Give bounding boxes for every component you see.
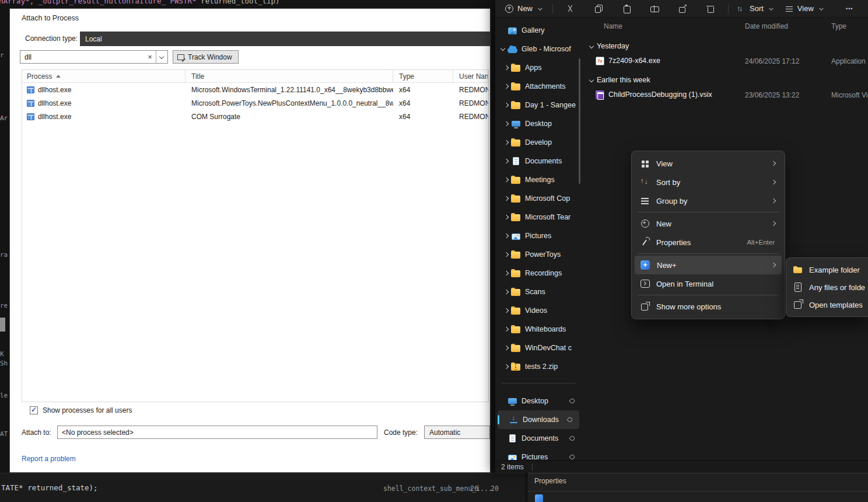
file-icon <box>793 282 803 292</box>
file-row-childprocessdebugging-1-vsix[interactable]: ChildProcessDebugging (1).vsix23/06/2025… <box>583 88 868 103</box>
new-button[interactable]: New <box>500 2 549 16</box>
context-menu-item-show-more-options[interactable]: Show more options <box>635 297 782 316</box>
view-button[interactable]: View <box>780 2 830 16</box>
column-type[interactable]: Type <box>393 70 453 82</box>
column-type[interactable]: Type <box>831 22 846 30</box>
column-date-modified[interactable]: Date modified <box>745 22 788 30</box>
file-row-7z2409-x64-exe[interactable]: 7z2409-x64.exe24/06/2025 17:12Applicatio… <box>583 54 868 69</box>
more-options-button[interactable] <box>846 4 858 13</box>
chevron-right-icon[interactable] <box>502 194 510 203</box>
context-menu-item-sort-by[interactable]: Sort by <box>635 173 782 191</box>
share-button[interactable] <box>674 2 691 16</box>
delete-button[interactable] <box>702 2 719 16</box>
chevron-right-icon[interactable] <box>502 176 510 184</box>
connection-type-dropdown[interactable]: Local <box>80 32 490 46</box>
folder-icon <box>511 65 520 72</box>
context-menu-item-view[interactable]: View <box>635 154 782 173</box>
monitor-icon <box>512 121 520 127</box>
chevron-down-icon[interactable] <box>588 44 595 51</box>
sidebar-item-gallery[interactable]: Gallery <box>495 21 582 40</box>
sidebar-item-documents-pinned[interactable]: Documents <box>495 429 582 448</box>
attach-to-field[interactable]: <No process selected> <box>57 426 377 439</box>
filter-dropdown-chevron-icon[interactable] <box>156 51 167 63</box>
process-row[interactable]: dllhost.exeMicrosoft.WindowsTerminal_1.2… <box>22 83 488 96</box>
chevron-right-icon[interactable] <box>502 101 510 109</box>
chevron-right-icon[interactable] <box>502 362 510 371</box>
chevron-spacer <box>500 416 508 424</box>
sidebar-item-pictures-pinned[interactable]: Pictures <box>495 448 582 460</box>
sidebar-item-windevchat-c[interactable]: WinDevChat c <box>495 339 582 357</box>
cut-button[interactable] <box>562 2 579 16</box>
context-menu-item-properties[interactable]: PropertiesAlt+Enter <box>635 233 782 252</box>
sidebar-item-recordings[interactable]: Recordings <box>495 264 582 283</box>
chevron-right-icon[interactable] <box>502 232 510 240</box>
process-row[interactable]: dllhost.exeCOM Surrogatex64REDMOND <box>22 110 488 123</box>
column-title[interactable]: Title <box>186 70 393 82</box>
chevron-right-icon[interactable] <box>502 306 510 315</box>
navigation-pane: GalleryGleb - MicrosofAppsAttachmentsDay… <box>495 18 582 460</box>
chevron-right-icon[interactable] <box>502 120 510 128</box>
sort-button[interactable]: Sort <box>732 2 780 16</box>
sidebar-item-gleb-microsof[interactable]: Gleb - Microsof <box>495 40 582 58</box>
submenu-item-any-files-or-folde[interactable]: Any files or folde <box>789 278 865 296</box>
chevron-down-icon <box>537 5 544 12</box>
chevron-right-icon[interactable] <box>502 157 510 165</box>
column-process[interactable]: Process <box>22 70 186 82</box>
chevron-right-icon[interactable] <box>502 269 510 277</box>
submenu-item-open-templates[interactable]: Open templates <box>789 296 865 313</box>
context-menu-item-new[interactable]: New <box>635 214 782 233</box>
chevron-right-icon[interactable] <box>502 213 510 221</box>
sidebar-item-apps[interactable]: Apps <box>495 58 582 77</box>
sidebar-item-label: Gleb - Microsof <box>522 45 582 53</box>
chevron-right-icon[interactable] <box>502 82 510 90</box>
sidebar-item-attachments[interactable]: Attachments <box>495 77 582 96</box>
properties-toolbar-icon[interactable] <box>535 494 543 502</box>
chevron-right-icon[interactable] <box>502 344 510 352</box>
context-menu-item-open-in-terminal[interactable]: Open in Terminal <box>635 274 782 293</box>
sidebar-scrollbar[interactable] <box>579 58 580 184</box>
sidebar-item-videos[interactable]: Videos <box>495 301 582 320</box>
context-menu-item-new[interactable]: New+ <box>635 256 782 274</box>
folder-icon <box>511 83 520 90</box>
sidebar-item-scans[interactable]: Scans <box>495 283 582 301</box>
sidebar-item-develop[interactable]: Develop <box>495 133 582 152</box>
chevron-down-icon[interactable] <box>499 45 507 53</box>
report-a-problem-link[interactable]: Report a problem <box>22 455 76 463</box>
process-filter-input[interactable]: dll <box>20 50 168 64</box>
cut-icon <box>566 4 575 13</box>
sidebar-item-microsoft-tear[interactable]: Microsoft Tear <box>495 208 582 226</box>
chevron-right-icon[interactable] <box>502 250 510 259</box>
chevron-right-icon[interactable] <box>502 288 510 296</box>
column-user-name[interactable]: User Name <box>453 70 488 82</box>
chevron-down-icon[interactable] <box>588 78 595 85</box>
process-row[interactable]: dllhost.exeMicrosoft.PowerToys.NewPlusCo… <box>22 96 488 110</box>
group-header-earlier-this-week[interactable]: Earlier this week <box>583 74 868 88</box>
paste-button[interactable] <box>618 2 635 16</box>
sidebar-item-microsoft-cop[interactable]: Microsoft Cop <box>495 189 582 208</box>
file-list-columns: Name Date modified Type <box>583 18 868 35</box>
sidebar-item-whiteboards[interactable]: Whiteboards <box>495 320 582 339</box>
submenu-item-example-folder[interactable]: Example folder <box>789 261 865 278</box>
sidebar-item-tests-2-zip[interactable]: tests 2.zip <box>495 357 582 376</box>
sidebar-item-desktop-pinned[interactable]: Desktop <box>495 392 582 410</box>
sidebar-item-day-1-sangee[interactable]: Day 1 - Sangee <box>495 96 582 114</box>
sidebar-item-documents[interactable]: Documents <box>495 152 582 170</box>
sidebar-item-pictures[interactable]: Pictures <box>495 226 582 245</box>
checkbox-checked-icon[interactable] <box>30 406 38 414</box>
chevron-right-icon[interactable] <box>502 325 510 333</box>
sidebar-item-downloads-pinned[interactable]: Downloads <box>498 410 579 429</box>
sidebar-item-powertoys[interactable]: PowerToys <box>495 245 582 264</box>
chevron-right-icon[interactable] <box>502 64 510 72</box>
sidebar-item-desktop[interactable]: Desktop <box>495 114 582 133</box>
track-window-button[interactable]: Track Window <box>173 50 239 64</box>
rename-button[interactable] <box>646 2 663 16</box>
copy-button[interactable] <box>590 2 607 16</box>
group-header-yesterday[interactable]: Yesterday <box>583 40 868 54</box>
clear-filter-icon[interactable] <box>144 51 156 63</box>
code-type-field[interactable]: Automatic <box>424 426 490 439</box>
context-menu-item-group-by[interactable]: Group by <box>635 191 782 210</box>
chevron-right-icon[interactable] <box>502 138 510 147</box>
sidebar-item-meetings[interactable]: Meetings <box>495 170 582 189</box>
show-all-users-checkbox-row[interactable]: Show processes for all users <box>30 406 132 414</box>
column-name[interactable]: Name <box>604 22 622 30</box>
